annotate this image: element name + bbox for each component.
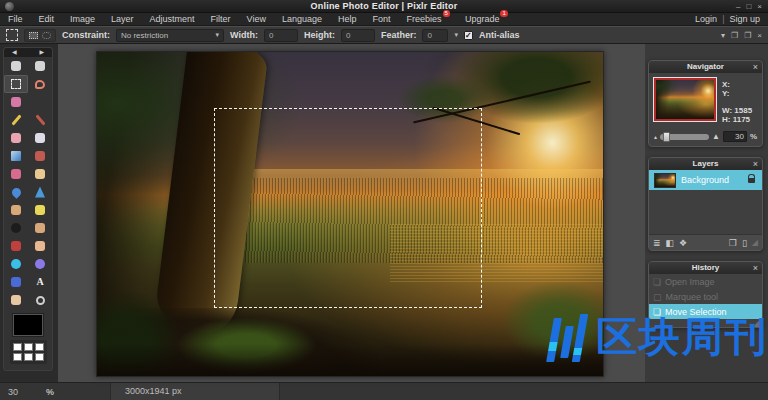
tool-wand[interactable] xyxy=(4,93,28,111)
tool-burn[interactable] xyxy=(28,219,52,237)
tool-zoom[interactable] xyxy=(28,291,52,309)
antialias-checkbox[interactable]: ✓ xyxy=(464,31,473,40)
constraint-select[interactable]: No restriction ▾ xyxy=(116,29,224,42)
history-resize-grip[interactable]: ◢ xyxy=(753,319,759,327)
maximize-icon[interactable]: □ xyxy=(746,1,751,12)
delete-layer-button[interactable]: ▯ xyxy=(742,238,747,248)
options-collapse-icon[interactable]: ▾ xyxy=(721,31,725,40)
tool-pinch[interactable] xyxy=(28,255,52,273)
login-link[interactable]: Login xyxy=(695,14,717,24)
tool-sharpen[interactable] xyxy=(28,183,52,201)
menu-file[interactable]: File xyxy=(0,13,31,26)
tool-marquee[interactable] xyxy=(4,75,28,93)
menu-edit[interactable]: Edit xyxy=(31,13,63,26)
tool-hand[interactable] xyxy=(4,291,28,309)
duplicate-layer-button[interactable]: ❐ xyxy=(729,238,737,248)
tool-strip: ◀ ▶ A xyxy=(0,44,58,382)
tool-move[interactable] xyxy=(28,57,52,75)
feather-input[interactable] xyxy=(422,29,448,42)
zoom-in-icon[interactable]: ▲ xyxy=(712,132,720,141)
history-close-icon[interactable]: × xyxy=(753,262,758,274)
menu-view[interactable]: View xyxy=(239,13,274,26)
palette-swatch[interactable] xyxy=(35,353,44,361)
feather-dropdown-icon[interactable]: ▾ xyxy=(454,31,458,39)
palette-swatch[interactable] xyxy=(35,343,44,351)
palette-swatch[interactable] xyxy=(13,353,22,361)
menu-filter[interactable]: Filter xyxy=(203,13,239,26)
lock-icon[interactable] xyxy=(748,178,755,183)
layer-settings-button[interactable]: ≣ xyxy=(653,238,661,248)
navigator-thumbnail[interactable] xyxy=(654,78,716,121)
rect-marquee-icon[interactable] xyxy=(29,32,38,39)
tool-color-replace[interactable] xyxy=(4,165,28,183)
tool-brush[interactable] xyxy=(28,111,52,129)
tools-scroll-left-icon[interactable]: ◀ xyxy=(12,48,17,57)
zoom-slider-handle[interactable] xyxy=(663,132,670,142)
navigator-x-label: X: xyxy=(722,80,752,89)
tool-sponge[interactable] xyxy=(28,201,52,219)
menu-help[interactable]: Help xyxy=(330,13,365,26)
tool-red-eye[interactable] xyxy=(4,237,28,255)
palette-swatch[interactable] xyxy=(24,343,33,351)
tool-spot-heal[interactable] xyxy=(28,237,52,255)
zoom-out-icon[interactable]: ▴ xyxy=(654,133,657,140)
canvas-image[interactable] xyxy=(96,51,604,377)
tool-crop[interactable] xyxy=(4,57,28,75)
layers-resize-grip[interactable]: ◢ xyxy=(752,238,758,247)
title-bar: Online Photo Editor | Pixlr Editor – □ × xyxy=(0,0,768,13)
layer-style-button[interactable]: ❖ xyxy=(679,238,687,248)
layers-close-icon[interactable]: × xyxy=(753,158,758,170)
layer-mask-button[interactable]: ◧ xyxy=(666,238,675,248)
signup-link[interactable]: Sign up xyxy=(729,14,760,24)
history-step-open-image[interactable]: ❏Open Image xyxy=(649,274,762,289)
options-restore-icon[interactable]: ❐ xyxy=(731,31,738,40)
tool-clone-stamp[interactable] xyxy=(28,147,52,165)
tool-eraser[interactable] xyxy=(4,129,28,147)
menu-layer[interactable]: Layer xyxy=(103,13,142,26)
navigator-y-label: Y: xyxy=(722,89,752,98)
minimize-icon[interactable]: – xyxy=(736,1,740,12)
navigator-close-icon[interactable]: × xyxy=(753,61,758,73)
layers-title-bar[interactable]: Layers × xyxy=(649,158,762,170)
history-step-icon: ❏ xyxy=(653,307,661,317)
tool-blur[interactable] xyxy=(4,183,28,201)
primary-color-swatch[interactable] xyxy=(13,314,43,336)
tool-paint-bucket[interactable] xyxy=(28,129,52,147)
layer-row[interactable]: Background xyxy=(649,170,762,190)
tool-dodge[interactable] xyxy=(4,219,28,237)
navigator-title-bar[interactable]: Navigator × xyxy=(649,61,762,73)
tool-gradient[interactable] xyxy=(4,147,28,165)
tool-drawing[interactable] xyxy=(28,165,52,183)
history-panel: History × ❏Open Image▢Marquee tool❏Move … xyxy=(648,261,763,328)
history-step-move-selection[interactable]: ❏Move Selection xyxy=(649,304,762,319)
marquee-selection[interactable] xyxy=(214,108,482,308)
tool-pencil[interactable] xyxy=(4,111,28,129)
tool-smudge[interactable] xyxy=(4,201,28,219)
menu-upgrade[interactable]: Upgrade1 xyxy=(457,13,515,26)
menu-adjustment[interactable]: Adjustment xyxy=(142,13,203,26)
tools-scroll-right-icon[interactable]: ▶ xyxy=(39,48,44,57)
menu-language[interactable]: Language xyxy=(274,13,330,26)
tool-pen[interactable] xyxy=(4,273,28,291)
history-step-icon: ▢ xyxy=(653,292,662,302)
close-icon[interactable]: × xyxy=(757,1,762,12)
history-step-marquee-tool[interactable]: ▢Marquee tool xyxy=(649,289,762,304)
menu-image[interactable]: Image xyxy=(62,13,103,26)
height-input[interactable] xyxy=(341,29,375,42)
ellipse-marquee-icon[interactable] xyxy=(42,32,51,39)
layers-panel: Layers × Background ≣◧❖❐▯◢ xyxy=(648,157,763,251)
zoom-value-input[interactable] xyxy=(723,131,747,142)
palette-swatch[interactable] xyxy=(13,343,22,351)
status-image-dimensions: 3000x1941 px xyxy=(110,383,280,400)
menu-font[interactable]: Font xyxy=(365,13,399,26)
width-input[interactable] xyxy=(264,29,298,42)
tool-lasso[interactable] xyxy=(28,75,52,93)
tool-type[interactable]: A xyxy=(28,273,52,291)
zoom-slider[interactable] xyxy=(660,134,709,140)
tool-bloat[interactable] xyxy=(4,255,28,273)
options-close-icon[interactable]: × xyxy=(757,31,762,40)
navigator-width: W: 1585 xyxy=(722,106,752,115)
menu-freebies[interactable]: Freebies5 xyxy=(399,13,457,26)
palette-swatch[interactable] xyxy=(24,353,33,361)
history-title-bar[interactable]: History × xyxy=(649,262,762,274)
